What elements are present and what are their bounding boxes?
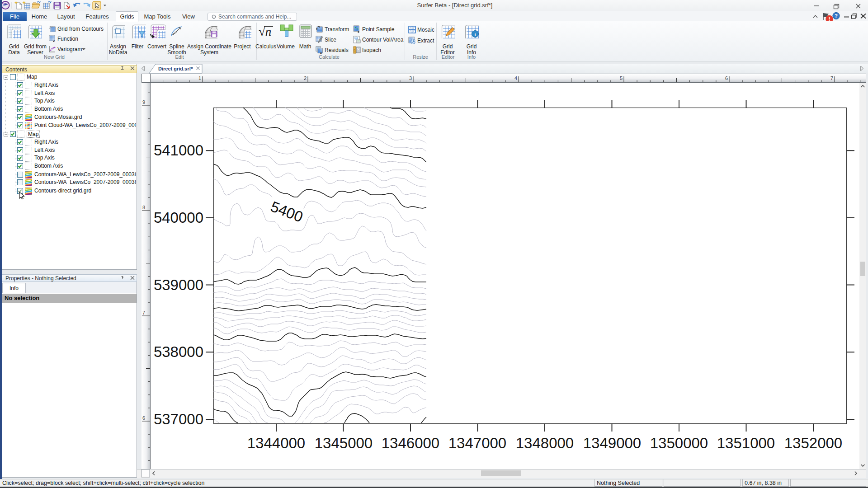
svg-text:!: ! (829, 16, 830, 21)
svg-text:1347000: 1347000 (448, 435, 506, 451)
svg-text:5: 5 (620, 75, 623, 81)
svg-text:538000: 538000 (154, 343, 203, 360)
svg-text:541000: 541000 (154, 142, 203, 159)
svg-text:z: z (53, 38, 55, 42)
svg-text:i: i (474, 32, 476, 37)
svg-text:540000: 540000 (154, 209, 203, 226)
svg-text:1: 1 (198, 75, 201, 81)
svg-text:1350000: 1350000 (650, 435, 708, 451)
svg-text:6: 6 (725, 75, 728, 81)
svg-text:537000: 537000 (154, 411, 203, 427)
svg-text:z: z (358, 30, 359, 33)
svg-text:Direct grid.srf*: Direct grid.srf* (158, 66, 193, 71)
svg-text:?: ? (835, 13, 838, 19)
svg-text:7: 7 (142, 310, 145, 315)
svg-text:539000: 539000 (154, 277, 203, 293)
svg-text:1344000: 1344000 (247, 435, 305, 451)
svg-text:2: 2 (304, 75, 307, 81)
svg-text:7: 7 (830, 75, 833, 81)
svg-text:1351000: 1351000 (717, 435, 775, 451)
svg-text:9: 9 (142, 99, 145, 105)
svg-text:1345000: 1345000 (315, 435, 373, 451)
svg-text:1352000: 1352000 (784, 435, 842, 451)
svg-text:1348000: 1348000 (516, 435, 574, 451)
svg-text:1349000: 1349000 (583, 435, 641, 451)
svg-text:4: 4 (514, 75, 517, 81)
svg-text:6: 6 (142, 415, 145, 421)
svg-text:8: 8 (142, 205, 145, 210)
svg-text:3: 3 (409, 75, 412, 81)
svg-text:z: z (320, 51, 322, 54)
svg-text:1346000: 1346000 (382, 435, 439, 451)
